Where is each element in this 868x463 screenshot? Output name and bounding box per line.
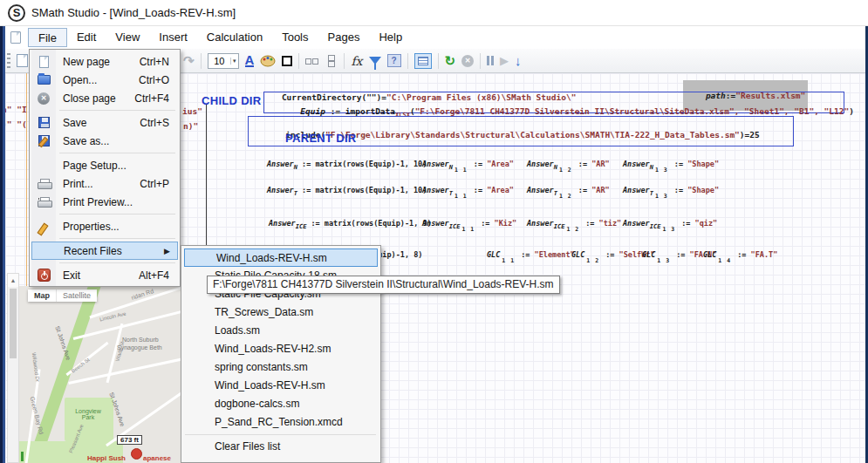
vertical-scrollbar[interactable]: ▲ (7, 273, 19, 463)
stop-icon[interactable]: ✕ (461, 55, 474, 67)
recent-file-item[interactable]: P_Sand_RC_Tension.xmcd (183, 413, 379, 432)
matrix-cell-assignment[interactable]: AnswerN1 2 := "AR" (527, 160, 610, 168)
close-page-icon: ✕ (38, 92, 50, 105)
font-color-icon[interactable]: A (245, 54, 255, 67)
scrollbar-up-icon[interactable]: ▲ (8, 274, 18, 287)
child-dir-annotation: CHILD DIR (202, 94, 261, 107)
assign-operator: := (325, 106, 345, 116)
matrix-cell-assignment[interactable]: AnswerN1 3 := "Shape" (623, 160, 719, 168)
file-path-tooltip: F:\Forge\7811 CH41377D Silverstein II\St… (207, 276, 560, 294)
map-controls: Map Satellite (28, 289, 97, 302)
new-page-toolbar-icon[interactable] (17, 54, 28, 67)
print-preview-icon (38, 197, 51, 208)
matrix-cell-assignment[interactable]: AnswerICE1 2 := "tiz" (527, 219, 621, 228)
function-name: importData (345, 106, 395, 116)
menu-separator (31, 150, 178, 156)
help-panel-icon[interactable]: ? (387, 54, 401, 67)
recent-file-item[interactable]: TR_Screws_Data.sm (183, 303, 379, 322)
recent-file-item[interactable]: Wind_Loads-REV-H.sm (184, 249, 378, 267)
toolbar-separator (298, 53, 299, 69)
matrix-definition[interactable]: AnswerN := matrix(rows(Equip)-1, 10) (267, 160, 427, 168)
matrix-definition[interactable]: AnswerICE := matrix(rows(Equip)-1, 9) (269, 219, 432, 228)
matrix-cell-assignment[interactable]: AnswerICE1 1 := "Kiz" (422, 219, 516, 228)
app-window: S SMath Studio - [Wind_Loads-REV-H.sm] F… (0, 0, 868, 463)
menu-separator (31, 235, 178, 242)
menu-help[interactable]: Help (369, 28, 412, 47)
matrix-cell-assignment[interactable]: AnswerT1 3 := "Shape" (623, 186, 719, 194)
play-icon[interactable]: ▶ (500, 54, 509, 67)
result-value: =25 (745, 130, 760, 140)
scrollbar-thumb[interactable] (10, 289, 17, 358)
menu-tools[interactable]: Tools (272, 28, 318, 47)
map-scale: 673 ft (117, 435, 142, 445)
recent-file-item[interactable]: Loads.sm (183, 322, 379, 340)
border-icon[interactable] (282, 56, 292, 66)
open-folder-icon (38, 75, 51, 85)
satellite-button[interactable]: Satellite (56, 289, 97, 302)
recent-file-item[interactable]: dogbone-calcs.sm (183, 395, 379, 413)
map-label: Wildwood Dr (31, 352, 41, 383)
menu-item-save[interactable]: SaveCtrl+S (31, 113, 178, 132)
menu-item-recent-files[interactable]: Recent Files▶ (31, 242, 178, 260)
menu-file[interactable]: File (28, 28, 67, 47)
window-border (3, 26, 5, 463)
menu-insert[interactable]: Insert (149, 28, 197, 47)
include-region-box[interactable]: include("F:\Forge\Library\Standards\Stru… (248, 116, 794, 146)
matrix-cell-assignment[interactable]: AnswerN1 1 := "Area" (422, 160, 514, 168)
smath-logo-icon: S (8, 4, 25, 22)
side-panel-icon[interactable] (414, 53, 432, 69)
menu-calculation[interactable]: Calculation (197, 28, 272, 47)
worksheet-fragment: n)" (183, 121, 198, 131)
update-icon[interactable]: ↓ (515, 53, 522, 68)
toolbar-separator (480, 53, 481, 69)
menu-edit[interactable]: Edit (67, 28, 106, 47)
redo-icon[interactable]: ↷ (183, 53, 195, 69)
matrix-cell-assignment[interactable]: GLC1 1 := "Element" (487, 250, 575, 259)
menu-separator (157, 432, 379, 438)
menu-item-page-setup[interactable]: Page Setup... (31, 156, 178, 174)
menu-item-save-as[interactable]: Save as... (31, 132, 178, 150)
toolbar-separator (201, 53, 202, 69)
matrix-cell-assignment[interactable]: GLC1 4 := "FA.T" (703, 250, 777, 259)
menu-item-clear-files[interactable]: Clear Files list (183, 438, 379, 456)
matrix-cell-assignment[interactable]: AnswerICE1 3 := "qiz" (623, 219, 717, 228)
map-button[interactable]: Map (28, 289, 56, 302)
font-size-value: 10 (208, 56, 230, 66)
menu-item-print[interactable]: Print...Ctrl+P (31, 174, 178, 193)
map-marker-icon (131, 448, 142, 460)
paren: ) (849, 106, 854, 116)
matrix-definition[interactable]: AnswerT := matrix(rows(Equip)-1, 10) (267, 186, 427, 194)
equip-region-box[interactable]: Equip := importDataXLSX("F:\Forge\7811 C… (263, 92, 844, 113)
menu-separator (31, 260, 178, 266)
split-vertical-icon[interactable] (325, 55, 338, 67)
menu-separator (31, 107, 178, 113)
menu-pages[interactable]: Pages (318, 28, 370, 47)
menu-item-exit[interactable]: ExitAlt+F4 (31, 266, 178, 284)
split-horizontal-icon[interactable] (305, 55, 318, 67)
recent-file-item[interactable]: spring constants.sm (183, 358, 379, 377)
recent-file-item[interactable]: Wind_Loads-REV-H.sm (183, 377, 379, 395)
recent-file-item[interactable]: Wind_Loads-REV-H2.sm (183, 340, 379, 358)
title-bar[interactable]: S SMath Studio - [Wind_Loads-REV-H.sm] (0, 0, 868, 26)
menu-item-close-page[interactable]: ✕Close pageCtrl+F4 (31, 89, 178, 107)
menu-item-print-preview[interactable]: Print Preview... (31, 193, 178, 211)
menu-item-properties[interactable]: Properties... (31, 217, 178, 235)
font-size-select[interactable]: 10▾ (208, 53, 239, 69)
menu-item-new-page[interactable]: New pageCtrl+N (31, 52, 178, 71)
refresh-icon[interactable]: ↻ (445, 53, 456, 69)
menu-view[interactable]: View (106, 28, 149, 47)
matrix-cell-assignment[interactable]: AnswerT1 2 := "AR" (527, 186, 610, 194)
file-menu: New pageCtrl+N Open...Ctrl+O ✕Close page… (29, 49, 181, 287)
palette-icon[interactable] (260, 54, 276, 67)
filter-icon[interactable] (369, 57, 381, 65)
save-icon (38, 117, 50, 128)
map-label: North Suburb (122, 337, 159, 343)
map-pin-icon (21, 452, 24, 461)
chevron-down-icon: ▾ (230, 58, 238, 65)
menu-item-open[interactable]: Open...Ctrl+O (31, 71, 178, 89)
matrix-cell-assignment[interactable]: AnswerT1 1 := "Area" (422, 186, 514, 194)
function-icon[interactable]: fx (351, 54, 362, 68)
pause-icon[interactable] (487, 56, 494, 65)
toolbar-drag-handle[interactable] (7, 53, 10, 69)
exit-icon (38, 269, 51, 282)
